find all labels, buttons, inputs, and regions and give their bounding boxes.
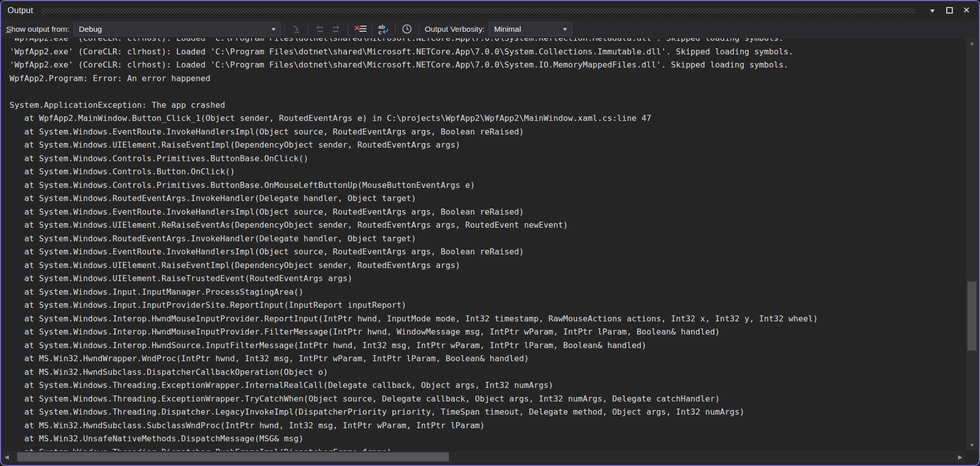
output-verbosity-dropdown[interactable]: Minimal ▼ <box>489 22 572 36</box>
output-line: at System.Windows.UIElement.RaiseTrusted… <box>10 272 979 286</box>
output-line: at System.Windows.Input.InputManager.Pro… <box>10 286 979 299</box>
output-verbosity-value: Minimal <box>494 25 558 34</box>
horizontal-scrollbar[interactable]: ◀ ▶ <box>2 451 965 463</box>
toolbar-separator <box>284 23 285 35</box>
output-line: 'WpfApp2.exe' (CoreCLR: clrhost): Loaded… <box>10 38 979 45</box>
output-line: at System.Windows.Threading.Dispatcher.L… <box>10 406 979 419</box>
close-button[interactable]: ✕ <box>959 4 974 17</box>
goto-message-icon <box>291 25 301 33</box>
output-line: at System.Windows.RoutedEventArgs.Invoke… <box>10 192 979 206</box>
word-wrap-icon: ab c <box>378 24 389 34</box>
vertical-scrollbar-thumb[interactable] <box>967 282 976 351</box>
arrow-left-icon <box>315 25 325 33</box>
titlebar: Output ▼ ✕ <box>1 1 979 20</box>
chevron-down-icon: ▼ <box>270 27 277 32</box>
maximize-icon <box>946 7 953 14</box>
output-line: at MS.Win32.HwndSubclass.SubclassWndProc… <box>10 419 979 433</box>
clock-icon <box>402 24 412 34</box>
output-line: at System.Windows.Interop.HwndSource.Inp… <box>10 339 979 353</box>
output-line: WpfApp2.Program: Error: An error happene… <box>10 72 979 86</box>
output-verbosity-label: Output Verbosity: <box>425 25 485 34</box>
output-line: at System.Windows.UIElement.RaiseEventIm… <box>10 139 979 152</box>
output-text: 'WpfApp2.exe' (CoreCLR: clrhost): Loaded… <box>10 38 979 459</box>
output-line: at WpfApp2.MainWindow.Button_Click_1(Obj… <box>10 112 979 125</box>
drag-handle[interactable] <box>41 8 916 14</box>
toolbar-separator <box>395 23 396 35</box>
output-line: at MS.Win32.HwndSubclass.DispatcherCallb… <box>10 366 979 379</box>
arrow-right-icon <box>331 25 341 33</box>
timestamp-button[interactable] <box>399 22 415 36</box>
window-position-button[interactable]: ▼ <box>925 4 940 17</box>
vertical-scrollbar[interactable]: ▲ ▼ <box>966 38 978 450</box>
output-line: at System.Windows.Controls.Button.OnClic… <box>10 165 979 179</box>
output-line: at System.Windows.EventRoute.InvokeHandl… <box>10 206 979 219</box>
goto-message-button[interactable] <box>288 22 305 36</box>
window-title: Output <box>8 6 33 15</box>
output-line: at System.Windows.Input.InputProviderSit… <box>10 299 979 312</box>
output-tool-window: Output ▼ ✕ Show output from: Debug ▼ <box>0 0 980 466</box>
output-line: 'WpfApp2.exe' (CoreCLR: clrhost): Loaded… <box>10 45 979 59</box>
output-line: at System.Windows.EventRoute.InvokeHandl… <box>10 125 979 139</box>
scroll-down-icon[interactable]: ▼ <box>966 442 978 448</box>
output-line: at System.Windows.Controls.Primitives.Bu… <box>10 179 979 192</box>
maximize-button[interactable] <box>942 4 957 17</box>
output-line: at System.Windows.UIElement.RaiseEventIm… <box>10 259 979 273</box>
output-source-dropdown[interactable]: Debug ▼ <box>73 22 281 36</box>
output-line: at System.Windows.Threading.ExceptionWra… <box>10 379 979 392</box>
output-line: at MS.Win32.UnsafeNativeMethods.Dispatch… <box>10 432 979 446</box>
output-line: at System.Windows.UIElement.ReRaiseEvent… <box>10 219 979 232</box>
output-line: at System.Windows.Threading.ExceptionWra… <box>10 392 979 406</box>
output-line: at System.Windows.RoutedEventArgs.Invoke… <box>10 232 979 246</box>
output-line: at System.Windows.Interop.HwndMouseInput… <box>10 325 979 339</box>
word-wrap-button[interactable]: ab c <box>375 22 392 36</box>
toolbar-separator <box>419 23 419 35</box>
output-line: at MS.Win32.HwndWrapper.WndProc(IntPtr h… <box>10 352 979 366</box>
output-toolbar: Show output from: Debug ▼ <box>1 20 979 38</box>
output-line <box>10 85 979 99</box>
scroll-right-icon[interactable]: ▶ <box>958 454 962 460</box>
output-line: at System.Windows.Controls.Primitives.Bu… <box>10 152 979 166</box>
horizontal-scrollbar-thumb[interactable] <box>17 452 449 461</box>
output-line: System.ApplicationException: The app cra… <box>10 99 979 112</box>
output-text-area[interactable]: 'WpfApp2.exe' (CoreCLR: clrhost): Loaded… <box>1 38 979 465</box>
chevron-down-icon: ▼ <box>562 27 568 32</box>
chevron-down-icon: ▼ <box>929 8 936 14</box>
scroll-up-icon[interactable]: ▲ <box>966 40 978 46</box>
next-message-button[interactable] <box>328 22 344 36</box>
toolbar-separator <box>371 23 372 35</box>
output-source-value: Debug <box>79 25 266 34</box>
clear-all-button[interactable]: ✕ <box>352 22 368 36</box>
previous-message-button[interactable] <box>312 22 328 36</box>
toolbar-separator <box>348 23 348 35</box>
output-line: at System.Windows.Interop.HwndMouseInput… <box>10 312 979 326</box>
show-output-from-label: Show output from: <box>6 25 69 34</box>
output-line: 'WpfApp2.exe' (CoreCLR: clrhost): Loaded… <box>10 58 979 72</box>
toolbar-separator <box>308 23 309 35</box>
clear-all-icon: ✕ <box>354 25 365 33</box>
scroll-left-icon[interactable]: ◀ <box>5 454 9 460</box>
output-line: at System.Windows.EventRoute.InvokeHandl… <box>10 245 979 259</box>
close-icon: ✕ <box>963 6 970 15</box>
